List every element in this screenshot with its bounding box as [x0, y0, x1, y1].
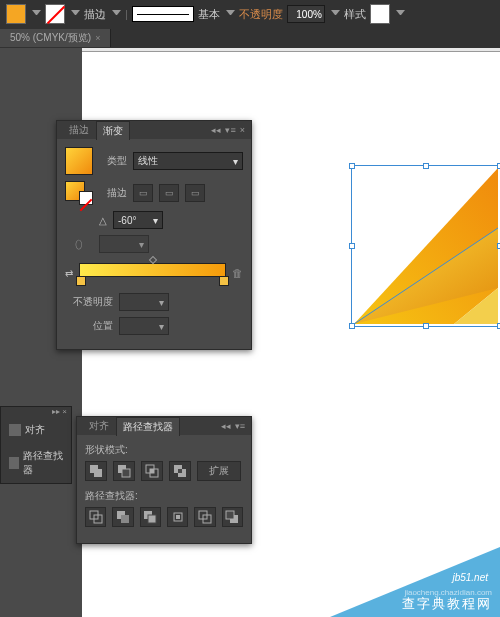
stroke-label: 描边	[84, 7, 106, 22]
stroke-grad-mode-2[interactable]: ▭	[159, 184, 179, 202]
svg-rect-7	[122, 469, 130, 477]
pf-crop-button[interactable]	[167, 507, 188, 527]
svg-rect-25	[226, 511, 234, 519]
gradient-aspect-input: ▾	[99, 235, 149, 253]
gradient-stop-left[interactable]	[76, 276, 86, 286]
stroke-gradient-label: 描边	[99, 186, 127, 200]
chevron-down-icon: ▾	[233, 156, 238, 167]
shape-exclude-button[interactable]	[169, 461, 191, 481]
pathfinder-panel-head[interactable]: 对齐 路径查找器 ◂◂ ▾≡	[77, 417, 251, 435]
stop-location-label: 位置	[65, 319, 113, 333]
chevron-down-icon: ▾	[159, 321, 164, 332]
type-label: 类型	[99, 154, 127, 168]
handle-mid-left[interactable]	[349, 243, 355, 249]
shape-intersect-button[interactable]	[141, 461, 163, 481]
dock-expand-icon[interactable]: ▸▸ ×	[1, 407, 71, 417]
fill-dropdown-icon[interactable]	[32, 10, 41, 19]
pathfinder-icon	[9, 457, 19, 469]
opacity-dropdown-icon[interactable]	[331, 10, 340, 19]
graphic-style-dropdown-icon[interactable]	[396, 10, 405, 19]
svg-rect-10	[150, 469, 154, 473]
stroke-style-dropdown-icon[interactable]	[226, 10, 235, 19]
chevron-down-icon: ▾	[153, 215, 158, 226]
stroke-swatch-dropdown-icon[interactable]	[71, 10, 80, 19]
close-tab-icon[interactable]: ×	[95, 33, 100, 43]
stroke-weight-dropdown-icon[interactable]	[112, 10, 121, 19]
gradient-panel-body: 类型 线性 ▾ 描边 ▭ ▭ ▭ △ -60° ▾	[57, 139, 251, 349]
shape-unite-button[interactable]	[85, 461, 107, 481]
document-tab-title: 50% (CMYK/预览)	[10, 31, 91, 45]
align-icon	[9, 424, 21, 436]
gradient-angle-input[interactable]: -60° ▾	[113, 211, 163, 229]
pf-outline-button[interactable]	[194, 507, 215, 527]
gradient-stop-right[interactable]	[219, 276, 229, 286]
svg-rect-13	[178, 469, 182, 473]
gradient-slider[interactable]	[79, 263, 226, 277]
gradient-type-value: 线性	[138, 154, 158, 168]
pathfinders-label: 路径查找器:	[85, 489, 243, 503]
pf-merge-button[interactable]	[140, 507, 161, 527]
style-label: 样式	[344, 7, 366, 22]
svg-rect-21	[176, 515, 180, 519]
divider: |	[125, 8, 128, 20]
opacity-label: 不透明度	[239, 7, 283, 22]
stroke-swatch-none[interactable]	[45, 4, 65, 24]
tab-align[interactable]: 对齐	[83, 417, 115, 436]
stroke-grad-mode-3[interactable]: ▭	[185, 184, 205, 202]
gradient-type-dropdown[interactable]: 线性 ▾	[133, 152, 243, 170]
dock-item-pathfinder-label: 路径查找器	[23, 449, 63, 477]
dock-item-align[interactable]: 对齐	[1, 417, 71, 443]
gradient-preview-swatch[interactable]	[65, 147, 93, 175]
tab-pathfinder[interactable]: 路径查找器	[116, 417, 180, 436]
dock-item-align-label: 对齐	[25, 423, 45, 437]
document-tab[interactable]: 50% (CMYK/预览) ×	[0, 29, 111, 47]
angle-icon: △	[99, 215, 107, 226]
pathfinder-panel[interactable]: 对齐 路径查找器 ◂◂ ▾≡ 形状模式: 扩展 路径查找器:	[76, 416, 252, 544]
delete-stop-icon[interactable]: 🗑	[232, 267, 243, 279]
svg-rect-19	[148, 515, 156, 523]
gradient-panel-head[interactable]: 描边 渐变 ◂◂ ▾≡ ×	[57, 121, 251, 139]
shape-minus-front-button[interactable]	[113, 461, 135, 481]
side-panel-dock: ▸▸ × 对齐 路径查找器	[0, 406, 72, 484]
handle-top-left[interactable]	[349, 163, 355, 169]
fill-swatch[interactable]	[6, 4, 26, 24]
handle-top-mid[interactable]	[423, 163, 429, 169]
expand-button[interactable]: 扩展	[197, 461, 241, 481]
pf-minus-back-button[interactable]	[222, 507, 243, 527]
aspect-icon: ⬯	[65, 237, 93, 251]
pathfinder-panel-body: 形状模式: 扩展 路径查找器:	[77, 435, 251, 543]
stroke-style-preview[interactable]	[132, 6, 194, 22]
svg-rect-17	[121, 515, 129, 523]
stop-opacity-label: 不透明度	[65, 295, 113, 309]
watermark-url1: jb51.net	[452, 572, 488, 583]
fill-stroke-proxy[interactable]	[65, 181, 93, 205]
dock-item-pathfinder[interactable]: 路径查找器	[1, 443, 71, 483]
stop-opacity-input[interactable]: ▾	[119, 293, 169, 311]
opacity-input[interactable]	[287, 5, 325, 23]
handle-bot-left[interactable]	[349, 323, 355, 329]
document-tab-bar: 50% (CMYK/预览) ×	[0, 28, 500, 48]
gradient-panel[interactable]: 描边 渐变 ◂◂ ▾≡ × 类型 线性 ▾ 描边 ▭ ▭ ▭	[56, 120, 252, 350]
tab-gradient[interactable]: 渐变	[96, 121, 130, 140]
panel-menu-icon[interactable]: ▾≡	[235, 421, 245, 431]
handle-bot-mid[interactable]	[423, 323, 429, 329]
pf-trim-button[interactable]	[112, 507, 133, 527]
panel-collapse-icon[interactable]: ◂◂	[221, 421, 231, 431]
chevron-down-icon: ▾	[139, 239, 144, 250]
graphic-style-swatch[interactable]	[370, 4, 390, 24]
selected-artwork[interactable]	[354, 168, 498, 324]
panel-close-icon[interactable]: ×	[240, 125, 245, 135]
gradient-midpoint[interactable]	[148, 256, 156, 264]
pf-divide-button[interactable]	[85, 507, 106, 527]
panel-collapse-icon[interactable]: ◂◂	[211, 125, 221, 135]
selection-bounds	[351, 165, 500, 327]
stop-location-input[interactable]: ▾	[119, 317, 169, 335]
reverse-gradient-icon[interactable]: ⇄	[65, 268, 73, 279]
tab-stroke[interactable]: 描边	[63, 121, 95, 140]
shape-modes-label: 形状模式:	[85, 443, 243, 457]
chevron-down-icon: ▾	[159, 297, 164, 308]
stroke-grad-mode-1[interactable]: ▭	[133, 184, 153, 202]
options-bar: 描边 | 基本 不透明度 样式	[0, 0, 500, 28]
ruler-horizontal	[82, 48, 500, 52]
panel-menu-icon[interactable]: ▾≡	[225, 125, 235, 135]
